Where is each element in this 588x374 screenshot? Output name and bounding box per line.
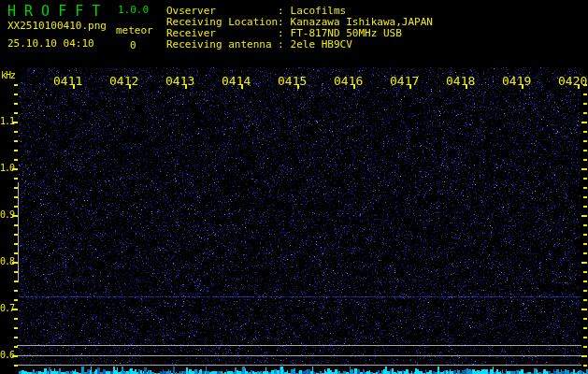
freq-label: 1.0	[0, 163, 13, 173]
time-label: 0417	[390, 74, 419, 88]
mode-label: meteor	[116, 24, 153, 36]
station-info-block: Ovserver: LacofilmsReceiving Location: K…	[166, 6, 433, 50]
freq-axis-unit: kHz	[1, 70, 15, 80]
output-filename: XX2510100410.png	[7, 20, 107, 32]
echo-count: 0	[130, 39, 136, 51]
info-separator: :	[278, 39, 284, 50]
freq-label: 0.6	[0, 350, 13, 360]
info-row: Receiving antenna: 2ele HB9CV	[166, 39, 433, 50]
time-label: 0412	[109, 74, 138, 88]
app-version: 1.0.0	[118, 4, 149, 16]
freq-label: 0.9	[0, 209, 13, 220]
datetime-label: 25.10.10 04:10	[7, 37, 94, 50]
app-title: H R O F F T	[7, 3, 100, 20]
time-label: 0413	[165, 74, 194, 88]
time-label: 0411	[53, 74, 82, 88]
freq-label: 0.7	[0, 303, 13, 313]
time-label: 0415	[278, 74, 307, 88]
info-label: Receiving antenna	[166, 39, 278, 50]
hrofft-screen: H R O F F T 1.0.0 XX2510100410.png meteo…	[0, 0, 588, 374]
time-label: 0414	[222, 74, 251, 88]
freq-label: 1.1	[0, 116, 13, 126]
time-label: 0419	[502, 74, 531, 88]
freq-label: 0.8	[0, 256, 13, 266]
time-label: 0420	[558, 74, 587, 88]
time-label: 0416	[334, 74, 363, 88]
time-label: 0418	[446, 74, 475, 88]
spectrogram-canvas	[0, 0, 588, 374]
info-value: 2ele HB9CV	[284, 38, 352, 50]
